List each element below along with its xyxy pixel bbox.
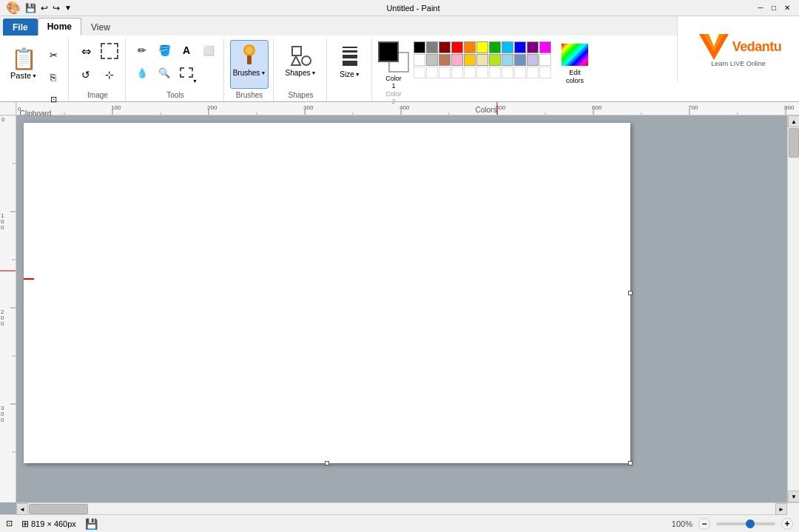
scroll-thumb-v[interactable]: [789, 128, 799, 158]
palette-cell[interactable]: [489, 41, 501, 53]
cut-button[interactable]: ✂: [43, 44, 64, 65]
paste-button[interactable]: 📋 Paste ▼: [7, 40, 40, 87]
ruler-horizontal-row: 0 100 200 300 400 500 600 700 800: [0, 102, 799, 115]
text-button[interactable]: A: [176, 40, 197, 61]
palette-cell[interactable]: [476, 41, 488, 53]
scroll-thumb-h[interactable]: [29, 504, 88, 514]
palette-cell[interactable]: [414, 67, 425, 78]
color1-swatch[interactable]: [378, 41, 399, 62]
quick-save[interactable]: 💾: [25, 3, 36, 13]
svg-rect-5: [292, 47, 301, 55]
tab-home[interactable]: Home: [38, 18, 81, 36]
palette-cell[interactable]: [502, 54, 513, 66]
palette-cell[interactable]: [439, 41, 451, 53]
crop-button[interactable]: ⊹: [98, 64, 121, 86]
palette-cell[interactable]: [527, 54, 539, 66]
size-label: Size: [340, 70, 354, 78]
scroll-up-button[interactable]: ▲: [788, 115, 799, 127]
palette-cell[interactable]: [502, 41, 513, 53]
shapes-button[interactable]: Shapes ▼: [281, 40, 321, 89]
palette-cell[interactable]: [426, 67, 438, 78]
scroll-right-button[interactable]: ►: [775, 503, 787, 515]
palette-cell[interactable]: [476, 67, 488, 78]
palette-cell[interactable]: [539, 41, 551, 53]
palette-cell[interactable]: [539, 67, 551, 78]
tab-file[interactable]: File: [3, 18, 38, 36]
quick-redo[interactable]: ↪: [53, 3, 60, 13]
fill-button[interactable]: 🪣: [154, 40, 175, 61]
scrollbar-vertical[interactable]: ▲ ▼: [787, 115, 799, 502]
ribbon-group-brushes: Brushes ▼ Brushes: [226, 38, 274, 101]
status-right: 100% − +: [672, 518, 793, 530]
svg-text:0: 0: [1, 320, 4, 327]
eraser-button[interactable]: ⬜: [198, 40, 219, 61]
canvas-scroll-area[interactable]: [16, 115, 787, 502]
ribbon-group-tools: ✏ 🪣 A ⬜ 💧 🔍 ▼: [127, 38, 224, 101]
palette-cell[interactable]: [514, 41, 526, 53]
palette-cell[interactable]: [539, 54, 551, 66]
save-status[interactable]: 💾: [85, 518, 98, 530]
paste-label: Paste: [10, 71, 31, 80]
select-image-button[interactable]: [98, 40, 121, 62]
palette-cell[interactable]: [426, 41, 438, 53]
zoom-in-button[interactable]: +: [781, 518, 793, 530]
ribbon-group-image: ⇔ ↺ ⊹ Image: [70, 38, 126, 101]
svg-text:200: 200: [207, 104, 218, 111]
palette-cell[interactable]: [527, 41, 539, 53]
scrollbar-horizontal[interactable]: ◄ ►: [16, 502, 799, 514]
select-button[interactable]: ▼: [176, 62, 197, 83]
palette-cell[interactable]: [514, 54, 526, 66]
svg-marker-7: [291, 56, 300, 65]
palette-cell[interactable]: [464, 67, 476, 78]
palette-cell[interactable]: [451, 67, 463, 78]
tab-view[interactable]: View: [81, 18, 120, 36]
svg-text:400: 400: [400, 104, 410, 111]
palette-cell[interactable]: [489, 67, 501, 78]
color-picker-button[interactable]: 💧: [132, 62, 152, 83]
palette-cell[interactable]: [426, 54, 438, 66]
resize-button[interactable]: ⇔: [75, 40, 97, 62]
scroll-down-button[interactable]: ▼: [788, 491, 799, 502]
selection-icon: ⊡: [6, 519, 13, 528]
pencil-button[interactable]: ✏: [132, 40, 152, 61]
palette-cell[interactable]: [464, 41, 476, 53]
scroll-left-button[interactable]: ◄: [16, 503, 28, 515]
quick-undo[interactable]: ↩: [41, 3, 48, 13]
palette-cell[interactable]: [502, 67, 513, 78]
paint-canvas[interactable]: [24, 123, 630, 463]
dimensions-icon: ⊞: [21, 519, 29, 529]
rotate-button[interactable]: ↺: [75, 64, 97, 86]
palette-cell[interactable]: [439, 54, 451, 66]
palette-cell[interactable]: [476, 54, 488, 66]
zoom-out-button[interactable]: −: [698, 518, 710, 530]
palette-cell[interactable]: [414, 41, 425, 53]
size-button[interactable]: Size ▼: [333, 40, 367, 89]
resize-handle-br[interactable]: [628, 461, 633, 465]
selection-tool-status[interactable]: ⊡: [6, 519, 13, 528]
crop-icon: ⊹: [105, 69, 114, 81]
resize-handle-bm[interactable]: [325, 461, 329, 465]
brushes-button[interactable]: Brushes ▼: [230, 40, 269, 89]
quick-custom[interactable]: ▼: [64, 4, 72, 12]
palette-cell[interactable]: [489, 54, 501, 66]
svg-point-6: [302, 56, 311, 65]
status-bar: ⊡ ⊞ 819 × 460px 💾 100% − +: [0, 514, 799, 532]
minimize-button[interactable]: ─: [755, 2, 766, 14]
text-icon: A: [183, 44, 190, 56]
palette-cell[interactable]: [451, 54, 463, 66]
palette-cell[interactable]: [414, 54, 425, 66]
copy-button[interactable]: ⎘: [43, 67, 64, 87]
zoom-slider[interactable]: [716, 522, 775, 525]
palette-cell[interactable]: [451, 41, 463, 53]
palette-cell[interactable]: [439, 67, 451, 78]
palette-cell[interactable]: [514, 67, 526, 78]
magnify-button[interactable]: 🔍: [154, 62, 175, 83]
palette-cell[interactable]: [464, 54, 476, 66]
maximize-button[interactable]: □: [768, 2, 780, 14]
close-button[interactable]: ✕: [781, 2, 793, 14]
resize-handle-mr[interactable]: [628, 291, 633, 295]
ribbon-group-colors: Color1 Color2: [374, 38, 599, 101]
edit-colors-button[interactable]: Editcolors: [556, 40, 594, 89]
palette-cell[interactable]: [527, 67, 539, 78]
save-icon: 💾: [85, 518, 98, 530]
